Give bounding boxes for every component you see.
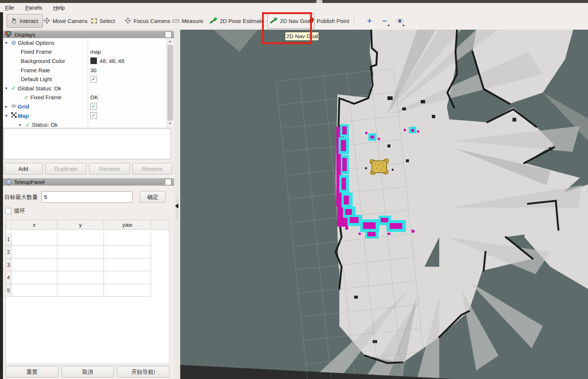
teleop-panel-title: TeleopPanel: [14, 179, 45, 185]
map-enabled-checkbox[interactable]: ✓: [90, 112, 97, 119]
cell-1-yaw[interactable]: [104, 233, 151, 246]
zoom-out-caret-icon[interactable]: ▾: [388, 23, 390, 27]
expander-icon[interactable]: ▾: [3, 86, 10, 91]
expander-icon[interactable]: ▾: [3, 40, 10, 45]
zoom-in-icon[interactable]: +: [367, 12, 372, 30]
frame-rate-value[interactable]: 30: [90, 67, 97, 73]
tree-row-global-status[interactable]: ▾ ✓ Global Status: Ok: [3, 84, 167, 93]
displays-panel-header[interactable]: Displays: [3, 31, 174, 38]
scrollbar-thumb[interactable]: [168, 45, 173, 120]
cell-2-y[interactable]: [57, 246, 104, 259]
window-left-edge: [0, 12, 3, 379]
interact-tool-button[interactable]: Interact: [7, 14, 43, 28]
render-viewport[interactable]: [180, 30, 588, 379]
scroll-up-icon[interactable]: ▲: [167, 38, 173, 45]
cell-2-x[interactable]: [11, 246, 57, 259]
panel-splitter[interactable]: [174, 30, 180, 379]
row-header-1[interactable]: 1: [6, 233, 11, 246]
color-value-text: 48; 48; 48: [100, 58, 124, 64]
menu-help[interactable]: Help: [53, 4, 65, 11]
move-camera-tool[interactable]: Move Camera: [44, 12, 87, 30]
publish-point-tool[interactable]: Publish Point: [309, 12, 349, 30]
row-header-4[interactable]: 4: [6, 271, 11, 284]
loop-label: 循环: [14, 207, 25, 215]
status-ok-check-icon: ✓: [24, 122, 32, 127]
tree-row-grid[interactable]: ▸ Grid ✓: [3, 102, 167, 111]
expander-icon[interactable]: ▾: [3, 113, 10, 118]
expander-icon[interactable]: ▸: [3, 104, 10, 109]
start-navigation-button[interactable]: 开始导航!: [117, 366, 169, 378]
background-color-value[interactable]: 48; 48; 48: [90, 57, 124, 64]
confirm-button[interactable]: 确定: [140, 191, 166, 203]
tree-row-map-status-clipped[interactable]: ▸ ✓ Status: Ok: [3, 120, 167, 127]
cell-5-x[interactable]: [11, 284, 57, 297]
cell-3-y[interactable]: [57, 259, 104, 272]
toolbar-separator: [354, 16, 355, 26]
teleop-panel-float-checkbox[interactable]: [165, 179, 171, 185]
color-swatch: [90, 57, 97, 64]
default-light-checkbox[interactable]: ✓: [90, 76, 97, 83]
cell-5-yaw[interactable]: [104, 284, 151, 297]
column-header-x[interactable]: x: [11, 220, 57, 230]
menu-file[interactable]: File: [5, 4, 14, 11]
tree-row-frame-rate[interactable]: Frame Rate 30: [3, 66, 167, 75]
tree-row-global-options[interactable]: ▾ ⚙ Global Options: [3, 38, 167, 47]
menu-panels[interactable]: Panels: [25, 4, 42, 11]
cell-2-yaw[interactable]: [104, 246, 151, 259]
measure-label: Measure: [182, 18, 203, 24]
expander-icon[interactable]: ▸: [17, 122, 24, 127]
cell-4-x[interactable]: [11, 271, 57, 284]
cell-1-x[interactable]: [11, 233, 57, 246]
tree-row-map[interactable]: ▾ Map ✓: [3, 111, 167, 120]
tree-row-fixed-frame[interactable]: Fixed Frame map: [3, 47, 167, 57]
loop-checkbox[interactable]: [5, 208, 11, 214]
focus-camera-tool[interactable]: Focus Camera: [125, 12, 170, 30]
map-3d-view[interactable]: [180, 30, 588, 379]
reset-button[interactable]: 重置: [6, 366, 58, 378]
cancel-button[interactable]: 取消: [61, 366, 114, 378]
add-button[interactable]: Add: [4, 163, 43, 174]
duplicate-button[interactable]: Duplicate: [46, 163, 86, 174]
goal-count-input[interactable]: [41, 191, 132, 203]
tree-label: Fixed Frame: [30, 94, 61, 100]
cell-4-y[interactable]: [57, 271, 104, 284]
tree-row-default-light[interactable]: Default Light ✓: [3, 74, 167, 84]
grid-display-icon: [10, 103, 18, 110]
goal-count-label: 目标最大数量: [4, 194, 38, 201]
scroll-down-icon[interactable]: ▼: [167, 120, 173, 127]
pose-estimate-tool[interactable]: 2D Pose Estimate: [210, 12, 264, 30]
rename-button[interactable]: Rename: [132, 163, 172, 174]
displays-panel-float-checkbox[interactable]: [165, 31, 171, 38]
tree-row-fixed-frame-status[interactable]: ✓ Fixed Frame OK: [3, 93, 167, 102]
fixed-frame-value[interactable]: map: [90, 49, 101, 55]
select-tool[interactable]: Select: [91, 12, 115, 30]
remove-button[interactable]: Remove: [89, 163, 130, 174]
row-header-5[interactable]: 5: [6, 284, 11, 297]
measure-tool[interactable]: Measure: [172, 12, 203, 30]
tree-label: Fixed Frame: [21, 49, 52, 55]
grid-enabled-checkbox[interactable]: ✓: [90, 103, 97, 110]
cell-3-x[interactable]: [11, 259, 57, 272]
zoom-out-icon[interactable]: −: [382, 12, 387, 30]
tree-row-background-color[interactable]: Background Color 48; 48; 48: [3, 56, 167, 66]
display-description-box: [4, 129, 171, 159]
splitter-dots: [177, 198, 177, 220]
crosshair-icon: [125, 17, 131, 25]
collapse-panel-icon[interactable]: [175, 203, 178, 209]
tree-scrollbar[interactable]: ▲ ▼: [167, 38, 173, 127]
row-header-2[interactable]: 2: [6, 246, 11, 259]
visibility-caret-icon[interactable]: ▾: [403, 23, 404, 27]
row-header-3[interactable]: 3: [6, 259, 11, 272]
cell-3-yaw[interactable]: [104, 259, 151, 272]
window-titlebar-edge: [0, 0, 588, 3]
tree-label: Grid: [18, 103, 29, 110]
column-header-yaw[interactable]: yaw: [104, 220, 151, 230]
cell-1-y[interactable]: [57, 233, 104, 246]
cell-5-y[interactable]: [57, 284, 104, 297]
map-display-icon: [10, 112, 18, 119]
cell-4-yaw[interactable]: [104, 271, 151, 284]
table-corner: [6, 220, 11, 230]
ruler-icon: [172, 18, 179, 24]
teleop-panel-header[interactable]: TeleopPanel: [3, 178, 174, 186]
column-header-y[interactable]: y: [57, 220, 104, 230]
